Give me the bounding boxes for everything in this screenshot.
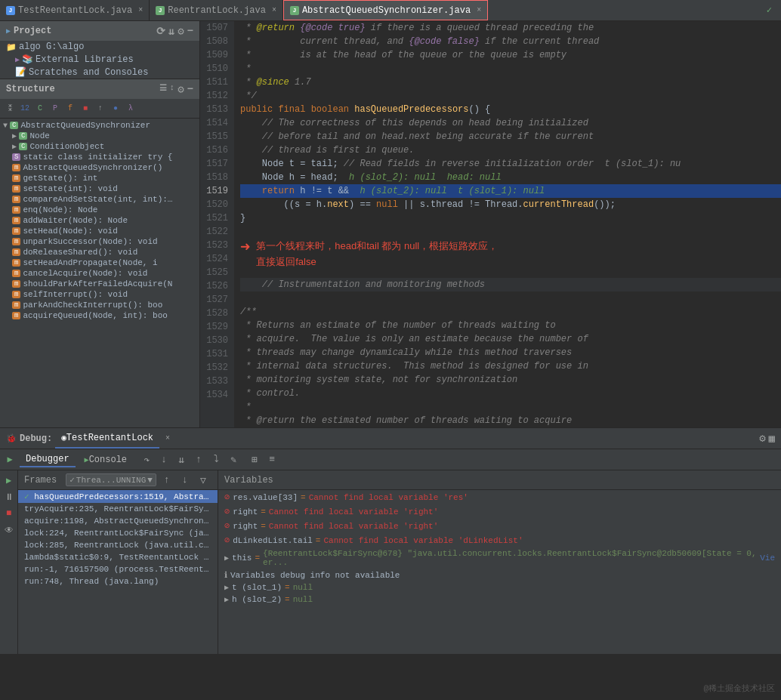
tab-test-reentant-lock[interactable]: J TestReentantLock.java × xyxy=(0,0,150,20)
struct-item-setstate[interactable]: m setState(int): void xyxy=(0,183,199,194)
struct-item-cancel[interactable]: m cancelAcquire(Node): void xyxy=(0,268,199,279)
tab-close-3[interactable]: × xyxy=(477,6,481,14)
frame-item-6[interactable]: run:-1, 716157500 (process.TestReentan xyxy=(18,563,218,575)
debug-resume-btn[interactable]: ▶ xyxy=(3,453,17,467)
external-libraries[interactable]: ▶ 📚 External Libraries xyxy=(0,53,199,66)
expand-icon-6[interactable]: ▶ xyxy=(224,583,229,592)
ln-1523: 1523 xyxy=(200,239,228,252)
struct-item-park[interactable]: m parkAndCheckInterrupt(): boo xyxy=(0,300,199,310)
variables-panel: Variables ⊘ res.value[33] = Cannot find … xyxy=(218,470,781,654)
tab-reentrant-lock[interactable]: J ReentrantLock.java × xyxy=(150,0,283,20)
code-line-1517: Node t = tail; // Read fields in reverse… xyxy=(240,157,781,171)
frame-item-5[interactable]: lambda$static$0:9, TestReentantLock (p xyxy=(18,551,218,563)
code-line-1521: } xyxy=(240,211,781,225)
var-item-0[interactable]: ⊘ res.value[33] = Cannot find local vari… xyxy=(218,490,781,504)
var-item-2[interactable]: ⊘ right = Cannot find local variable 'ri… xyxy=(218,519,781,533)
debug-tab-name[interactable]: ◉ TestReentantLock xyxy=(55,428,159,449)
struct-item-dorelease[interactable]: m doReleaseShared(): void xyxy=(0,247,199,257)
stop-btn[interactable]: ■ xyxy=(2,507,16,520)
frame-item-0[interactable]: ✓ hasQueuedPredecessors:1519, Abstract xyxy=(18,490,218,503)
frame-item-2[interactable]: acquire:1198, AbstractQueuedSynchroniz..… xyxy=(18,515,218,527)
step-into-btn[interactable]: ↓ xyxy=(156,452,171,467)
struct-item-addwaiter[interactable]: m addWaiter(Node): Node xyxy=(0,215,199,226)
struct-item-static[interactable]: S static class initializer try { xyxy=(0,152,199,162)
align-icon[interactable]: ☰ xyxy=(159,83,167,96)
frame-item-4[interactable]: lock:285, ReentrantLock (java.util.concu… xyxy=(18,539,218,551)
evaluate-btn[interactable]: ✎ xyxy=(226,452,241,467)
var-val-7: null xyxy=(293,595,313,604)
debug-settings-icon[interactable]: ⚙ xyxy=(759,432,765,445)
restore-layout-btn[interactable]: ⊞ xyxy=(247,452,262,467)
struct-btn-3[interactable]: C xyxy=(33,102,47,116)
run-to-cursor-btn[interactable]: ⤵ xyxy=(208,452,224,467)
struct-item-condition[interactable]: ▶ C ConditionObject xyxy=(0,141,199,152)
struct-item-acquireq[interactable]: m acquireQueued(Node, int): boo xyxy=(0,310,199,321)
expand-icon-7[interactable]: ▶ xyxy=(224,595,229,604)
resume-btn[interactable]: ▶ xyxy=(2,473,16,487)
frame-item-7[interactable]: run:748, Thread (java.lang) xyxy=(18,575,218,587)
getstate-label: getState(): int xyxy=(23,174,97,183)
struct-item-node[interactable]: ▶ C Node xyxy=(0,131,199,141)
project-root[interactable]: 📁 algo G:\algo xyxy=(0,41,199,53)
struct-btn-2[interactable]: 12 xyxy=(18,102,32,116)
sort-icon[interactable]: ↕ xyxy=(170,83,175,96)
root-expand: ▼ xyxy=(3,122,8,130)
struct-item-shouldpark[interactable]: m shouldParkAfterFailedAcquire(N xyxy=(0,279,199,289)
frame-up-btn[interactable]: ↑ xyxy=(159,473,174,488)
dorelease-badge: m xyxy=(12,248,20,256)
struct-btn-8[interactable]: ● xyxy=(109,102,122,116)
frame-filter-btn[interactable]: ▽ xyxy=(196,473,211,488)
debug-tab-close[interactable]: × xyxy=(165,434,170,443)
step-out-btn[interactable]: ↑ xyxy=(191,452,206,467)
var-item-4[interactable]: ▶ this = {ReentrantLock$FairSync@678} "j… xyxy=(218,547,781,569)
frame-item-1[interactable]: tryAcquire:235, ReentrantLock$FairSync xyxy=(18,503,218,515)
struct-item-sethead[interactable]: m setHead(Node): void xyxy=(0,226,199,236)
gear-icon[interactable]: ⚙ xyxy=(178,25,184,38)
struct-btn-6[interactable]: ■ xyxy=(79,102,92,116)
struct-item-getstate[interactable]: m getState(): int xyxy=(0,173,199,183)
view-link-4[interactable]: Vie xyxy=(760,554,775,563)
struct-item-setheadprop[interactable]: m setHeadAndPropagate(Node, i xyxy=(0,257,199,268)
collapse-icon[interactable]: ⇊ xyxy=(168,25,174,38)
struct-btn-1[interactable]: ⁑ xyxy=(3,102,17,116)
struct-item-cas[interactable]: m compareAndSetState(int, int): b xyxy=(0,194,199,205)
frame-item-3[interactable]: lock:224, ReentrantLock$FairSync (java.u xyxy=(18,527,218,539)
code-line-1526: /** xyxy=(240,305,781,319)
struct-root[interactable]: ▼ C AbstractQueuedSynchronizer xyxy=(0,120,199,131)
struct-item-enq[interactable]: m enq(Node): Node xyxy=(0,205,199,215)
view-btn[interactable]: 👁 xyxy=(2,523,16,537)
var-item-3[interactable]: ⊘ dLinkedList.tail = Cannot find local v… xyxy=(218,533,781,547)
struct-btn-5[interactable]: f xyxy=(63,102,77,116)
struct-item-constructor[interactable]: m AbstractQueuedSynchronizer() xyxy=(0,162,199,173)
expand-icon-4[interactable]: ▶ xyxy=(224,554,229,563)
minus-icon[interactable]: − xyxy=(187,25,193,38)
pause-btn[interactable]: ⏸ xyxy=(2,490,16,504)
struct-btn-9[interactable]: λ xyxy=(124,102,137,116)
struct-item-self[interactable]: m selfInterrupt(): void xyxy=(0,289,199,300)
force-step-btn[interactable]: ⇊ xyxy=(174,452,189,467)
scratches-and-consoles[interactable]: 📝 Scratches and Consoles xyxy=(0,66,199,79)
tab-close-2[interactable]: × xyxy=(272,6,276,14)
thread-controls: ✓ Threa...UNNING ▼ ↑ ↓ ▽ + xyxy=(66,473,229,488)
tab-bar: J TestReentantLock.java × J ReentrantLoc… xyxy=(0,0,781,21)
thread-selector[interactable]: ✓ Threa...UNNING ▼ xyxy=(66,473,156,486)
tab-close-1[interactable]: × xyxy=(138,6,143,14)
struct-btn-7[interactable]: ↑ xyxy=(94,102,107,116)
frame-down-btn[interactable]: ↓ xyxy=(178,473,193,488)
settings-btn[interactable]: ≡ xyxy=(264,452,279,467)
debug-layout-icon[interactable]: ▦ xyxy=(769,432,775,445)
tab-abstract-queued-synchronizer[interactable]: J AbstractQueuedSynchronizer.java × xyxy=(283,0,488,20)
struct-minus-icon[interactable]: − xyxy=(187,83,193,96)
console-tab[interactable]: ▶ Console xyxy=(79,453,133,467)
struct-item-unpark[interactable]: m unparkSuccessor(Node): void xyxy=(0,236,199,247)
step-over-btn[interactable]: ↷ xyxy=(139,452,154,467)
var-item-1[interactable]: ⊘ right = Cannot find local variable 'ri… xyxy=(218,504,781,519)
var-item-7[interactable]: ▶ h (slot_2) = null xyxy=(218,594,781,606)
struct-btn-4[interactable]: P xyxy=(48,102,62,116)
struct-gear-icon[interactable]: ⚙ xyxy=(178,83,184,96)
code-editor[interactable]: 1507 1508 1509 1510 1511 1512 1513 1514 … xyxy=(200,21,781,427)
sync-icon[interactable]: ⟳ xyxy=(156,25,165,38)
debugger-tab[interactable]: Debugger xyxy=(20,452,76,467)
debug-main-content: ▶ Debugger ▶ Console ↷ ↓ ⇊ ↑ ⤵ ✎ ⊞ xyxy=(0,449,781,654)
var-item-6[interactable]: ▶ t (slot_1) = null xyxy=(218,581,781,594)
